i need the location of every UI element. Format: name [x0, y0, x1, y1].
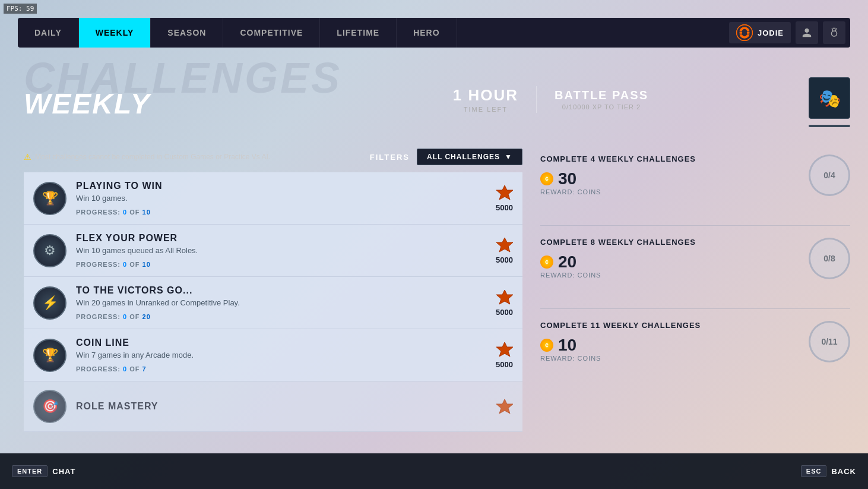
back-label: BACK	[831, 467, 856, 476]
challenge-info: ROLE MASTERY	[76, 401, 487, 412]
milestone-title: COMPLETE 4 WEEKLY CHALLENGES	[540, 154, 797, 163]
milestone-title: COMPLETE 11 WEEKLY CHALLENGES	[540, 321, 797, 330]
challenge-icon-coin: 🏆	[33, 339, 66, 372]
milestone-item: COMPLETE 8 WEEKLY CHALLENGES ¢ 20 REWARD…	[540, 238, 850, 279]
milestone-title: COMPLETE 8 WEEKLY CHALLENGES	[540, 238, 797, 247]
page-header: CHALLENGES WEEKLY	[24, 56, 342, 120]
challenge-desc: Win 10 games queued as All Roles.	[76, 246, 486, 255]
challenge-xp	[496, 398, 513, 415]
main-content: ⚠ Most challenges cannot be completed in…	[24, 149, 850, 447]
xp-icon	[496, 341, 513, 358]
milestones-column: COMPLETE 4 WEEKLY CHALLENGES ¢ 30 REWARD…	[540, 149, 850, 447]
challenge-xp: 5000	[496, 289, 513, 317]
coin-icon: ¢	[540, 255, 553, 269]
bp-subtitle: 0/10000 XP TO TIER 2	[555, 103, 648, 111]
svg-rect-2	[747, 31, 749, 33]
fps-counter: FPS: 59	[4, 4, 37, 14]
challenge-name: FLEX YOUR POWER	[76, 233, 486, 244]
time-label: TIME LEFT	[453, 106, 518, 113]
challenge-desc: Win 20 games in Unranked or Competitive …	[76, 298, 486, 307]
top-nav: DAILY WEEKLY SEASON COMPETITIVE LIFETIME…	[18, 18, 850, 48]
challenge-progress: PROGRESS: 0 OF 10	[76, 261, 486, 268]
tab-hero[interactable]: HERO	[397, 18, 457, 48]
bp-progress-bar	[809, 125, 850, 127]
milestone-item: COMPLETE 11 WEEKLY CHALLENGES ¢ 10 REWAR…	[540, 321, 850, 362]
tab-lifetime[interactable]: LIFETIME	[320, 18, 397, 48]
xp-icon	[496, 184, 513, 201]
milestone-row: COMPLETE 11 WEEKLY CHALLENGES ¢ 10 REWAR…	[540, 321, 850, 362]
chat-button[interactable]: ENTER CHAT	[12, 465, 75, 477]
xp-value: 5000	[496, 360, 513, 369]
challenge-progress: PROGRESS: 0 OF 7	[76, 365, 486, 373]
bottom-bar: ENTER CHAT ESC BACK	[0, 453, 868, 489]
challenge-desc: Win 10 games.	[76, 194, 486, 203]
milestone-reward: ¢ 30	[540, 169, 797, 188]
svg-rect-1	[740, 31, 742, 33]
challenge-item-partial[interactable]: 🎯 ROLE MASTERY	[24, 381, 522, 432]
tab-daily[interactable]: DAILY	[18, 18, 79, 48]
warning-text: ⚠ Most challenges cannot be completed in…	[24, 152, 363, 162]
milestone-divider	[540, 225, 850, 226]
challenge-icon-victors: ⚡	[33, 286, 66, 320]
challenge-progress: PROGRESS: 0 OF 10	[76, 209, 486, 216]
milestone-circle-4: 0/4	[809, 154, 850, 196]
challenge-info: COIN LINE Win 7 games in any Arcade mode…	[76, 337, 486, 373]
reward-label: REWARD: COINS	[540, 272, 797, 279]
challenges-column: ⚠ Most challenges cannot be completed in…	[24, 149, 522, 447]
chat-label: CHAT	[52, 467, 75, 476]
info-bar: 1 HOUR TIME LEFT BATTLE PASS 0/10000 XP …	[453, 86, 648, 113]
svg-marker-4	[496, 185, 513, 200]
svg-marker-7	[496, 342, 513, 357]
back-button[interactable]: ESC BACK	[801, 465, 856, 477]
reward-label: REWARD: COINS	[540, 188, 797, 195]
challenge-icon-playing-to-win: 🏆	[33, 182, 66, 215]
battle-pass-section: BATTLE PASS 0/10000 XP TO TIER 2	[537, 89, 648, 111]
challenge-name: TO THE VICTORS GO...	[76, 285, 486, 296]
warning-icon: ⚠	[24, 152, 31, 162]
challenge-item[interactable]: 🏆 PLAYING TO WIN Win 10 games. PROGRESS:…	[24, 172, 522, 225]
challenge-info: FLEX YOUR POWER Win 10 games queued as A…	[76, 233, 486, 268]
milestone-text: COMPLETE 8 WEEKLY CHALLENGES ¢ 20 REWARD…	[540, 238, 797, 279]
milestone-text: COMPLETE 11 WEEKLY CHALLENGES ¢ 10 REWAR…	[540, 321, 797, 362]
tab-weekly[interactable]: WEEKLY	[79, 18, 151, 48]
challenge-item[interactable]: ⚡ TO THE VICTORS GO... Win 20 games in U…	[24, 277, 522, 329]
enter-key-badge: ENTER	[12, 465, 47, 477]
esc-key-badge: ESC	[801, 465, 827, 477]
overwatch-logo-icon	[736, 24, 753, 41]
tab-season[interactable]: SEASON	[151, 18, 223, 48]
bp-title: BATTLE PASS	[555, 89, 648, 102]
filter-label: FILTERS	[370, 153, 410, 162]
challenge-item[interactable]: 🏆 COIN LINE Win 7 games in any Arcade mo…	[24, 329, 522, 381]
challenge-icon-flex: ⚙	[33, 234, 66, 267]
time-value: 1 HOUR	[453, 86, 518, 105]
coin-icon: ¢	[540, 339, 553, 352]
challenge-xp: 5000	[496, 341, 513, 369]
milestone-circle-11: 0/11	[809, 321, 850, 362]
challenge-item[interactable]: ⚙ FLEX YOUR POWER Win 10 games queued as…	[24, 225, 522, 277]
filter-dropdown[interactable]: ALL CHALLENGES ▼	[417, 149, 522, 165]
reward-amount: 10	[558, 336, 576, 355]
challenge-xp: 5000	[496, 236, 513, 264]
challenge-info: TO THE VICTORS GO... Win 20 games in Unr…	[76, 285, 486, 320]
challenge-info: PLAYING TO WIN Win 10 games. PROGRESS: 0…	[76, 181, 486, 216]
milestone-divider	[540, 308, 850, 309]
medal-button[interactable]	[823, 21, 845, 44]
xp-value: 5000	[496, 308, 513, 317]
milestone-reward: ¢ 20	[540, 253, 797, 272]
xp-value: 5000	[496, 255, 513, 264]
tab-competitive[interactable]: COMPETITIVE	[223, 18, 320, 48]
milestone-text: COMPLETE 4 WEEKLY CHALLENGES ¢ 30 REWARD…	[540, 154, 797, 195]
challenge-name: PLAYING TO WIN	[76, 181, 486, 191]
chevron-down-icon: ▼	[505, 153, 512, 161]
user-info: JODIE	[729, 22, 791, 43]
svg-marker-6	[496, 290, 513, 304]
battle-pass-icon[interactable]: 🎭	[809, 77, 850, 119]
reward-amount: 30	[558, 169, 576, 188]
friend-button[interactable]	[796, 21, 818, 44]
challenges-list: 🏆 PLAYING TO WIN Win 10 games. PROGRESS:…	[24, 172, 522, 432]
challenge-name: COIN LINE	[76, 337, 486, 348]
filter-bar: ⚠ Most challenges cannot be completed in…	[24, 149, 522, 165]
challenge-xp: 5000	[496, 184, 513, 212]
reward-amount: 20	[558, 253, 576, 272]
milestone-row: COMPLETE 4 WEEKLY CHALLENGES ¢ 30 REWARD…	[540, 154, 850, 195]
